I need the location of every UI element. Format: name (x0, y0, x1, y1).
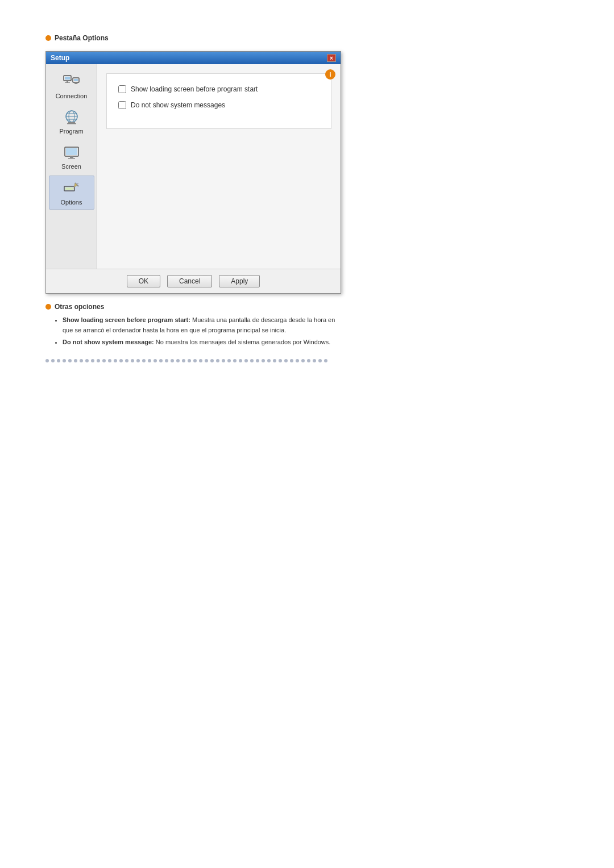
dot-33 (227, 359, 231, 362)
notes-header: Otras opciones (45, 303, 341, 311)
note-item-1: Show loading screen before program start… (63, 315, 341, 335)
dot-18 (142, 359, 146, 362)
dot-21 (159, 359, 163, 362)
info-badge: i (325, 69, 335, 80)
ok-button[interactable]: OK (127, 275, 160, 287)
dot-3 (57, 359, 60, 362)
svg-rect-1 (65, 77, 70, 80)
dot-22 (165, 359, 168, 362)
dot-28 (199, 359, 202, 362)
sidebar-item-program[interactable]: Program (49, 105, 94, 138)
dot-1 (45, 359, 49, 362)
svg-rect-6 (75, 82, 77, 84)
dot-41 (273, 359, 276, 362)
dot-37 (250, 359, 254, 362)
show-loading-checkbox[interactable] (118, 85, 126, 93)
page-header: Pestaña Options (45, 34, 569, 42)
dot-29 (205, 359, 208, 362)
sidebar-options-label: Options (61, 199, 82, 206)
dot-25 (182, 359, 185, 362)
svg-rect-19 (68, 158, 75, 159)
dot-42 (279, 359, 282, 362)
header-dot-icon (45, 35, 51, 41)
dot-34 (233, 359, 237, 362)
connection-icon (63, 73, 81, 91)
dot-4 (63, 359, 66, 362)
sidebar-item-screen[interactable]: Screen (49, 140, 94, 173)
dot-8 (85, 359, 89, 362)
dialog-footer: OK Cancel Apply (46, 269, 341, 293)
sidebar: Connection Program (46, 64, 97, 269)
note-1-bold: Show loading screen before program start… (63, 316, 190, 323)
note-2-text: No muestra los mensajes del sistema gene… (156, 339, 331, 345)
svg-rect-5 (74, 79, 78, 81)
dot-35 (239, 359, 242, 362)
dot-26 (188, 359, 191, 362)
notes-list: Show loading screen before program start… (63, 315, 341, 348)
program-icon (63, 108, 81, 127)
svg-rect-15 (67, 123, 76, 124)
dot-14 (119, 359, 123, 362)
screen-icon (63, 144, 81, 162)
sidebar-connection-label: Connection (56, 93, 88, 99)
dot-17 (136, 359, 140, 362)
page-header-label: Pestaña Options (55, 34, 109, 42)
dot-44 (290, 359, 293, 362)
dot-19 (148, 359, 151, 362)
no-system-msg-checkbox[interactable] (118, 101, 126, 109)
dot-7 (80, 359, 83, 362)
dot-50 (324, 359, 327, 362)
dot-16 (131, 359, 134, 362)
dot-36 (244, 359, 248, 362)
sidebar-screen-label: Screen (61, 163, 81, 170)
svg-rect-18 (70, 156, 73, 158)
dot-24 (176, 359, 180, 362)
dialog-body: Connection Program (46, 64, 341, 269)
dot-23 (171, 359, 174, 362)
svg-rect-3 (65, 82, 70, 83)
options-content: i Show loading screen before program sta… (106, 73, 331, 129)
dot-12 (108, 359, 111, 362)
dot-32 (222, 359, 225, 362)
apply-button[interactable]: Apply (219, 275, 260, 287)
sidebar-program-label: Program (59, 128, 83, 135)
svg-rect-17 (66, 148, 77, 155)
dot-43 (284, 359, 288, 362)
svg-rect-21 (65, 187, 73, 190)
setup-dialog: Setup × (45, 51, 341, 294)
dot-45 (296, 359, 299, 362)
dot-27 (193, 359, 197, 362)
dot-13 (114, 359, 117, 362)
options-icon (63, 180, 81, 198)
dot-9 (91, 359, 94, 362)
svg-rect-14 (68, 122, 75, 123)
dot-2 (51, 359, 55, 362)
dot-47 (307, 359, 310, 362)
dot-15 (125, 359, 128, 362)
note-item-2: Do not show system message: No muestra l… (63, 337, 341, 348)
dot-46 (301, 359, 305, 362)
note-2-bold: Do not show system message: (63, 339, 154, 345)
no-system-msg-label[interactable]: Do not show system messages (131, 101, 225, 109)
dot-6 (74, 359, 77, 362)
dot-49 (318, 359, 322, 362)
notes-title: Otras opciones (55, 303, 104, 311)
sidebar-item-options[interactable]: Options (49, 176, 94, 210)
dot-20 (154, 359, 157, 362)
close-button[interactable]: × (327, 54, 336, 62)
dot-39 (262, 359, 265, 362)
dot-30 (210, 359, 214, 362)
option-no-system-msg: Do not show system messages (118, 101, 320, 109)
dot-48 (313, 359, 316, 362)
dialog-title: Setup (51, 54, 69, 62)
svg-marker-24 (74, 183, 77, 187)
notes-dot-icon (45, 304, 51, 310)
sidebar-item-connection[interactable]: Connection (49, 70, 94, 103)
show-loading-label[interactable]: Show loading screen before program start (131, 85, 258, 93)
dot-separator (45, 359, 341, 362)
svg-rect-7 (74, 84, 78, 84)
dot-38 (256, 359, 259, 362)
cancel-button[interactable]: Cancel (167, 275, 212, 287)
dot-40 (267, 359, 271, 362)
option-show-loading: Show loading screen before program start (118, 85, 320, 93)
